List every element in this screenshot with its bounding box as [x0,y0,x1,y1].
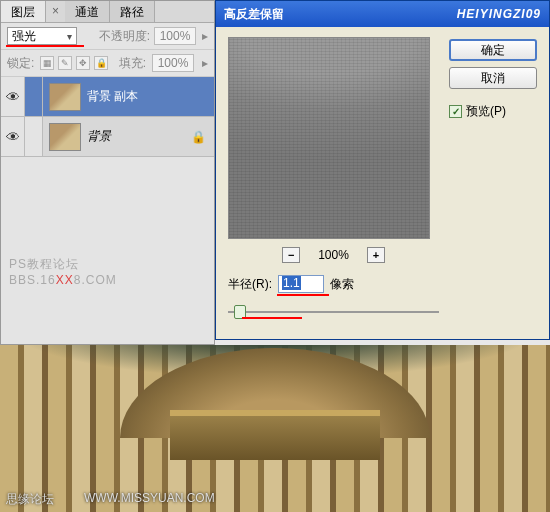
lock-label: 锁定: [7,55,34,72]
radius-slider[interactable] [228,303,439,321]
tab-channels[interactable]: 通道 [65,1,110,22]
dialog-title: 高反差保留 [224,6,284,23]
preview-checkbox-label: 预览(P) [466,103,506,120]
tab-paths[interactable]: 路径 [110,1,155,22]
layer-row[interactable]: 👁 背景 🔒 [1,117,214,157]
ok-button[interactable]: 确定 [449,39,537,61]
dialog-brand: HEIYINGZI09 [457,7,541,21]
lock-transparency-icon[interactable]: ▦ [40,56,54,70]
visibility-toggle-icon[interactable]: 👁 [1,117,25,156]
layer-row[interactable]: 👁 背景 副本 [1,77,214,117]
tab-close[interactable]: × [46,1,65,22]
layer-thumbnail[interactable] [49,83,81,111]
layers-panel: 图层 × 通道 路径 强光 不透明度: 100% ▸ 锁定: ▦ ✎ ✥ 🔒 填… [0,0,215,345]
zoom-in-button[interactable]: + [367,247,385,263]
dialog-body: − 100% + 半径(R): 1.1 像索 确定 取消 ✓ [216,27,549,339]
radius-label: 半径(R): [228,276,272,293]
lock-row: 锁定: ▦ ✎ ✥ 🔒 填充: 100% ▸ [1,50,214,77]
dialog-left: − 100% + 半径(R): 1.1 像索 [228,37,439,321]
filter-preview[interactable] [228,37,430,239]
annotation-underline [6,45,84,47]
lock-all-icon[interactable]: 🔒 [94,56,108,70]
slider-track [228,311,439,313]
panel-tabs: 图层 × 通道 路径 [1,1,214,23]
preview-checkbox[interactable]: ✓ [449,105,462,118]
lock-icon: 🔒 [191,130,206,144]
visibility-toggle-icon[interactable]: 👁 [1,77,25,116]
opacity-flyout-icon[interactable]: ▸ [202,29,208,43]
canvas-image-arch [170,410,380,460]
lock-position-icon[interactable]: ✥ [76,56,90,70]
radius-row: 半径(R): 1.1 像索 [228,275,439,293]
watermark: PS教程论坛 BBS.16XX8.COM [9,256,117,287]
cancel-button[interactable]: 取消 [449,67,537,89]
layer-thumbnail[interactable] [49,123,81,151]
preview-checkbox-row: ✓ 预览(P) [449,103,537,120]
dialog-titlebar[interactable]: 高反差保留 HEIYINGZI09 [216,1,549,27]
annotation-underline [277,294,329,296]
opacity-input[interactable]: 100% [154,27,196,45]
link-cell[interactable] [25,77,43,116]
link-cell[interactable] [25,117,43,156]
fill-input[interactable]: 100% [152,54,194,72]
lock-pixels-icon[interactable]: ✎ [58,56,72,70]
opacity-label: 不透明度: [99,28,150,45]
blend-mode-row: 强光 不透明度: 100% ▸ [1,23,214,50]
lock-icons: ▦ ✎ ✥ 🔒 [40,56,108,70]
tab-layers[interactable]: 图层 [1,1,46,22]
fill-label: 填充: [119,55,146,72]
layer-name: 背景 [87,128,191,145]
zoom-controls: − 100% + [228,247,439,263]
radius-unit: 像索 [330,276,354,293]
dialog-buttons: 确定 取消 ✓ 预览(P) [449,37,537,321]
annotation-underline [242,317,302,319]
footer-watermark: 思缘论坛 WWW.MISSYUAN.COM [6,491,215,508]
layer-list: 👁 背景 副本 👁 背景 🔒 [1,77,214,157]
blend-mode-value: 强光 [12,28,36,45]
zoom-value: 100% [318,248,349,262]
zoom-out-button[interactable]: − [282,247,300,263]
radius-input[interactable]: 1.1 [278,275,324,293]
layer-name: 背景 副本 [87,88,214,105]
fill-flyout-icon[interactable]: ▸ [202,56,208,70]
high-pass-dialog: 高反差保留 HEIYINGZI09 − 100% + 半径(R): 1.1 像索 [215,0,550,340]
blend-mode-select[interactable]: 强光 [7,27,77,45]
